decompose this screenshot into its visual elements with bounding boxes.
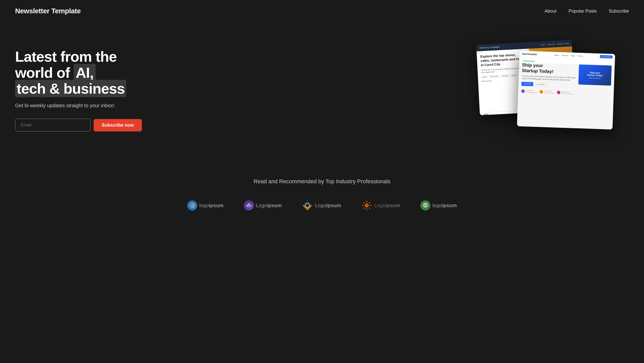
saas-main-desc: This new Logo Carrd website template is … (521, 75, 576, 82)
saas-screenshot: SaasTemplate About Features Faqs Pricing… (517, 51, 615, 129)
logo-icon-3 (302, 200, 313, 211)
nav-item-about[interactable]: About (545, 9, 556, 14)
logo-icon-5 (420, 200, 430, 210)
nav-item-subscribe[interactable]: Subscribe (609, 9, 629, 14)
svg-point-33 (425, 205, 426, 206)
nav-link-subscribe[interactable]: Subscribe (609, 9, 629, 14)
svg-line-29 (364, 208, 365, 209)
logo-item-2: Logoipsum (244, 200, 282, 210)
saas-main-title: Ship yourStartup Today! (522, 62, 576, 75)
nav-link-popular[interactable]: Popular Posts (569, 9, 597, 14)
saas-hero-body: Ship yourStartup Today! This new Logo Ca… (518, 62, 615, 91)
svg-rect-19 (248, 206, 250, 207)
logo-icon-4 (361, 200, 372, 211)
logo-item-5: logoipsum (420, 200, 457, 210)
nav-links: About Popular Posts Subscribe (545, 9, 629, 14)
dir-card-title-bar: Directory Template (479, 46, 500, 49)
hero-content: Latest from the world of AI, tech & busi… (15, 49, 156, 132)
svg-point-14 (248, 205, 249, 206)
logos-title: Read and Recommended by Top Industry Pro… (15, 178, 629, 185)
nav-link-about[interactable]: About (545, 9, 556, 14)
logos-row: logoipsum Logoipsum (15, 200, 629, 211)
logo-text-1: logoipsum (199, 203, 224, 208)
svg-point-15 (249, 205, 250, 206)
site-logo[interactable]: Newsletter Template (15, 7, 81, 15)
hero-subtitle: Get bi-weekly updates straight to your i… (15, 103, 156, 108)
svg-line-26 (364, 202, 365, 203)
logo-icon-1 (187, 200, 197, 210)
hero-section: Latest from the world of AI, tech & busi… (0, 22, 644, 163)
svg-point-34 (426, 205, 427, 206)
svg-point-21 (306, 204, 309, 207)
logo-icon-2 (244, 200, 254, 210)
svg-line-28 (369, 202, 370, 203)
saas-get-started-btn: Get Started (521, 82, 533, 86)
logos-section: Read and Recommended by Top Industry Pro… (0, 163, 644, 231)
svg-line-27 (369, 208, 370, 209)
svg-rect-18 (251, 205, 252, 206)
review-avatar-1 (521, 89, 525, 93)
svg-rect-17 (246, 205, 247, 206)
hero-title-highlight: AI, (74, 64, 96, 81)
subscription-form: Subscribe now (15, 119, 156, 132)
svg-point-32 (424, 205, 425, 206)
email-input[interactable] (15, 119, 91, 132)
svg-point-30 (365, 203, 369, 207)
navigation: Newsletter Template About Popular Posts … (0, 0, 644, 22)
nav-item-popular[interactable]: Popular Posts (569, 9, 597, 14)
subscribe-button[interactable]: Subscribe now (94, 119, 142, 131)
logo-text-4: Logoipsum (374, 203, 400, 208)
hero-title-part1: Latest from the world of AI, (15, 48, 117, 81)
hero-title-part2: tech & business (15, 80, 126, 97)
saas-learn-more-btn: Learn More → (534, 82, 549, 87)
logo-item-1: logoipsum (187, 200, 224, 210)
logo-text-2: Logoipsum (256, 203, 282, 208)
logo-text-3: Logoipsum (315, 203, 341, 208)
review-avatar-2 (539, 90, 543, 93)
review-avatar-3 (557, 91, 560, 94)
svg-rect-16 (248, 203, 249, 204)
saas-badge: Newly Updated (522, 60, 536, 63)
hero-screenshots: Directory Template About Subscribe Suppo… (478, 37, 629, 143)
hero-title: Latest from the world of AI, tech & busi… (15, 49, 156, 97)
logo-item-3: Logoipsum (302, 200, 341, 211)
logo-text-5: logoipsum (432, 203, 457, 208)
saas-mini-screenshot: Ship yourStartup Today! Build your MVP f… (578, 64, 612, 86)
dir-card-nav: About Subscribe Support Listing (541, 42, 569, 46)
logo-item-4: Logoipsum (361, 200, 400, 211)
svg-point-12 (192, 205, 193, 206)
